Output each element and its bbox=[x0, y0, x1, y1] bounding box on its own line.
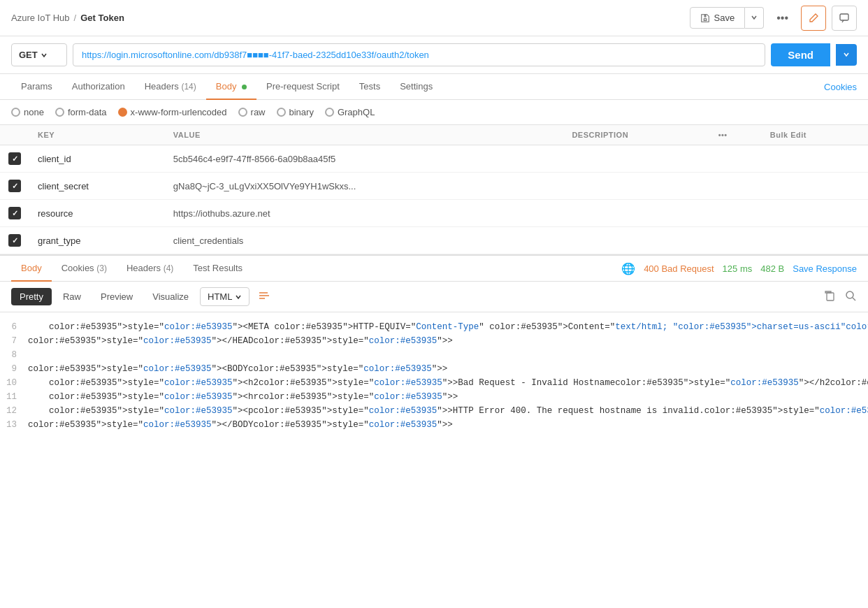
code-line: 12 color:#e53935">style="color:#e53935">… bbox=[0, 405, 868, 419]
send-dropdown-button[interactable] bbox=[836, 44, 857, 66]
time-badge: 125 ms bbox=[723, 263, 753, 274]
tab-headers[interactable]: Headers (14) bbox=[135, 74, 206, 100]
table-row: resource https://iothubs.azure.net bbox=[0, 200, 868, 227]
body-type-none[interactable]: none bbox=[11, 107, 44, 117]
language-label: HTML bbox=[208, 291, 232, 302]
edit-button[interactable] bbox=[801, 6, 826, 31]
body-type-urlencoded[interactable]: x-www-form-urlencoded bbox=[118, 107, 227, 117]
body-type-raw[interactable]: raw bbox=[238, 107, 266, 117]
checkbox[interactable] bbox=[8, 180, 21, 192]
line-content: color:#e53935">style="color:#e53935"></B… bbox=[28, 420, 868, 430]
row-checkbox-cell bbox=[0, 227, 29, 254]
fmt-tab-visualize[interactable]: Visualize bbox=[144, 288, 197, 305]
params-table: KEY VALUE DESCRIPTION ••• Bulk Edit clie… bbox=[0, 125, 868, 254]
row-bulk bbox=[762, 145, 868, 173]
row-description[interactable] bbox=[563, 200, 709, 227]
svg-line-6 bbox=[853, 298, 855, 301]
col-header-bulk-edit[interactable]: Bulk Edit bbox=[762, 125, 868, 145]
row-key[interactable]: client_id bbox=[29, 145, 165, 173]
line-number: 6 bbox=[0, 322, 28, 332]
row-value[interactable]: https://iothubs.azure.net bbox=[165, 200, 564, 227]
checkbox[interactable] bbox=[8, 152, 21, 165]
fmt-tab-pretty[interactable]: Pretty bbox=[11, 288, 52, 305]
row-description[interactable] bbox=[563, 227, 709, 254]
row-bulk bbox=[762, 173, 868, 200]
language-selector[interactable]: HTML bbox=[200, 287, 249, 306]
params-table-container: KEY VALUE DESCRIPTION ••• Bulk Edit clie… bbox=[0, 125, 868, 254]
chevron-down-icon bbox=[751, 14, 758, 21]
response-meta: 🌐 400 Bad Request 125 ms 482 B Save Resp… bbox=[621, 262, 857, 275]
send-button[interactable]: Send bbox=[771, 43, 830, 66]
resp-tab-test-results[interactable]: Test Results bbox=[183, 256, 252, 282]
method-selector[interactable]: GET bbox=[11, 43, 67, 66]
url-input[interactable] bbox=[73, 43, 765, 66]
code-line: 9color:#e53935">style="color:#e53935"><B… bbox=[0, 363, 868, 377]
row-description[interactable] bbox=[563, 173, 709, 200]
row-value[interactable]: 5cb546c4-e9f7-47ff-8566-6a09b8aa45f5 bbox=[165, 145, 564, 173]
wrap-button[interactable] bbox=[258, 289, 270, 304]
copy-button[interactable] bbox=[823, 289, 836, 304]
row-checkbox-cell bbox=[0, 173, 29, 200]
radio-urlencoded bbox=[118, 108, 127, 117]
radio-raw bbox=[238, 108, 247, 117]
col-header-more[interactable]: ••• bbox=[710, 125, 762, 145]
breadcrumb: Azure IoT Hub / Get Token bbox=[11, 13, 124, 23]
url-bar: GET Send bbox=[0, 36, 868, 74]
tab-params[interactable]: Params bbox=[11, 74, 62, 100]
checkbox[interactable] bbox=[8, 234, 21, 247]
cookies-link[interactable]: Cookies bbox=[824, 82, 857, 92]
line-content: color:#e53935">style="color:#e53935"><ME… bbox=[28, 322, 868, 332]
comment-button[interactable] bbox=[832, 6, 857, 31]
resp-tab-cookies[interactable]: Cookies (3) bbox=[52, 256, 117, 282]
tab-body[interactable]: Body bbox=[206, 74, 256, 100]
svg-rect-4 bbox=[827, 293, 834, 301]
body-type-graphql[interactable]: GraphQL bbox=[325, 107, 375, 117]
search-icon bbox=[844, 289, 857, 302]
search-button[interactable] bbox=[844, 289, 857, 304]
size-badge: 482 B bbox=[760, 263, 784, 274]
row-key[interactable]: resource bbox=[29, 200, 165, 227]
response-format-bar: Pretty Raw Preview Visualize HTML bbox=[0, 282, 868, 312]
send-chevron-icon bbox=[843, 51, 850, 58]
tab-pre-request-script[interactable]: Pre-request Script bbox=[256, 74, 349, 100]
svg-rect-0 bbox=[840, 14, 848, 20]
row-value[interactable]: gNa8Q~jC-3_uLgVxiXX5OlVYe9YH1wSkxs... bbox=[165, 173, 564, 200]
radio-graphql bbox=[325, 108, 334, 117]
save-button[interactable]: Save bbox=[690, 7, 746, 29]
more-button[interactable]: ••• bbox=[769, 7, 795, 29]
line-number: 11 bbox=[0, 392, 28, 402]
line-number: 9 bbox=[0, 364, 28, 374]
row-more bbox=[710, 145, 762, 173]
row-value[interactable]: client_credentials bbox=[165, 227, 564, 254]
code-line: 13color:#e53935">style="color:#e53935"><… bbox=[0, 419, 868, 433]
wrap-icon bbox=[258, 289, 270, 302]
row-key[interactable]: client_secret bbox=[29, 173, 165, 200]
request-tabs: Params Authorization Headers (14) Body P… bbox=[0, 74, 868, 100]
body-type-form-data[interactable]: form-data bbox=[55, 107, 107, 117]
fmt-tab-preview[interactable]: Preview bbox=[92, 288, 141, 305]
row-key[interactable]: grant_type bbox=[29, 227, 165, 254]
checkbox[interactable] bbox=[8, 207, 21, 219]
resp-tab-body[interactable]: Body bbox=[11, 256, 52, 282]
line-number: 8 bbox=[0, 350, 28, 360]
method-chevron-icon bbox=[41, 52, 48, 59]
comment-icon bbox=[839, 13, 850, 24]
breadcrumb-current: Get Token bbox=[80, 13, 124, 23]
top-actions: Save ••• bbox=[690, 6, 857, 31]
save-response-button[interactable]: Save Response bbox=[793, 263, 857, 274]
tab-authorization[interactable]: Authorization bbox=[62, 74, 135, 100]
line-number: 12 bbox=[0, 406, 28, 416]
tab-settings[interactable]: Settings bbox=[390, 74, 442, 100]
body-type-binary[interactable]: binary bbox=[277, 107, 314, 117]
method-label: GET bbox=[19, 50, 38, 60]
col-header-checkbox bbox=[0, 125, 29, 145]
radio-binary bbox=[277, 108, 286, 117]
fmt-tab-raw[interactable]: Raw bbox=[55, 288, 89, 305]
table-row: client_secret gNa8Q~jC-3_uLgVxiXX5OlVYe9… bbox=[0, 173, 868, 200]
line-number: 13 bbox=[0, 420, 28, 430]
row-description[interactable] bbox=[563, 145, 709, 173]
resp-tab-headers[interactable]: Headers (4) bbox=[117, 256, 183, 282]
tab-tests[interactable]: Tests bbox=[349, 74, 390, 100]
breadcrumb-parent[interactable]: Azure IoT Hub bbox=[11, 13, 70, 23]
save-dropdown-button[interactable] bbox=[745, 7, 764, 29]
